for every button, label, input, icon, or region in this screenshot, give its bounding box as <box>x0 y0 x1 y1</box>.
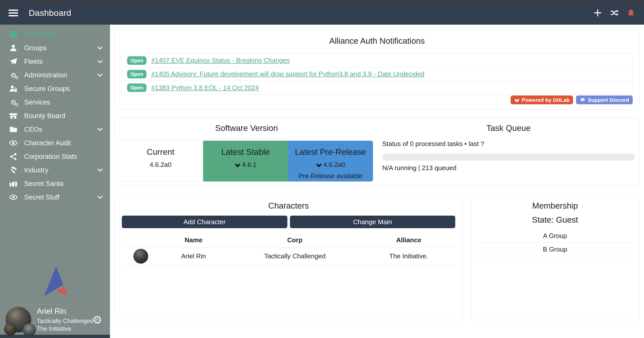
chevron-down-icon <box>97 58 103 65</box>
sidebar-item-label: Industry <box>24 166 48 174</box>
chevron-down-icon <box>97 72 103 78</box>
sidebar-item-secure-groups[interactable]: Secure Groups <box>0 82 110 95</box>
chevron-down-icon <box>97 194 103 201</box>
alliance-column-header: Alliance <box>362 233 455 248</box>
sidebar-item-dashboard[interactable]: Dashboard <box>0 28 110 41</box>
user-icon <box>8 44 19 52</box>
gitlab-icon <box>514 97 520 103</box>
sidebar-bottom-strip <box>0 335 110 338</box>
notifications-list: Open #1407 EVE Equinox Status - Breaking… <box>121 54 633 95</box>
version-stable-cell: Latest Stable 4.6.1 <box>203 141 288 181</box>
sidebar-item-label: Administration <box>24 71 67 79</box>
sidebar-item-label: Secret Santa <box>24 180 63 188</box>
group-list: A Group B Group <box>475 229 635 256</box>
status-badge: Open <box>127 83 146 92</box>
table-row: Ariel Rin Tactically Challenged The Init… <box>122 248 455 265</box>
badge-label: Powered by GitLab <box>522 97 570 103</box>
characters-title: Characters <box>122 201 455 211</box>
sidebar-item-services[interactable]: ⚙⚙ Services <box>0 95 110 109</box>
sidebar-item-label: Groups <box>24 44 47 52</box>
top-navbar: Dashboard <box>0 1 644 25</box>
notifications-title: Alliance Auth Notifications <box>121 36 633 46</box>
gears-icon: ⚙⚙ <box>8 99 19 106</box>
version-box: Current 4.6.2a0 Latest Stable 4.6.1 Late… <box>118 140 373 182</box>
sidebar-item-label: Corporation Stats <box>24 153 77 161</box>
status-badge: Open <box>127 70 146 78</box>
share-nodes-icon <box>8 153 19 161</box>
sidebar-item-administration[interactable]: ⚙⚙ Administration <box>0 68 110 82</box>
gitlab-icon <box>235 162 241 168</box>
corp-column-header: Corp <box>228 233 362 248</box>
notifications-panel: Alliance Auth Notifications Open #1407 E… <box>115 30 639 110</box>
task-queue-title: Task Queue <box>382 123 635 133</box>
gauge-icon <box>8 30 19 39</box>
notification-row: Open #1405 Advisory: Future development … <box>122 67 632 81</box>
sidebar: Dashboard Groups Fleets <box>0 25 110 338</box>
user-name: Ariel Rin <box>37 307 93 316</box>
notification-link[interactable]: #1405 Advisory: Future development will … <box>151 70 424 78</box>
discord-icon <box>580 97 586 103</box>
sidebar-item-label: Bounty Board <box>24 112 65 120</box>
user-corp: Tactically Challenged <box>37 317 93 324</box>
sidebar-item-corporation-stats[interactable]: Corporation Stats <box>0 150 110 163</box>
version-prerelease-value: 4.6.2a0 <box>323 161 345 169</box>
task-queue-progressbar <box>382 154 635 161</box>
main-content: Alliance Auth Notifications Open #1407 E… <box>110 25 644 338</box>
user-lock-icon <box>8 84 19 93</box>
page-title: Dashboard <box>29 8 71 18</box>
membership-state: State: Guest <box>475 215 635 225</box>
menu-toggle-icon[interactable] <box>9 8 19 18</box>
sidebar-item-label: Services <box>24 99 50 106</box>
sidebar-item-ceos[interactable]: CEOs <box>0 123 110 136</box>
status-badge: Open <box>127 56 146 65</box>
hammer-icon <box>8 166 19 174</box>
chevron-down-icon <box>97 167 103 173</box>
character-portrait <box>133 249 148 264</box>
version-prerelease-label: Latest Pre-Release <box>288 147 373 157</box>
corp-logo-badge <box>4 323 17 335</box>
sidebar-item-secret-stuff[interactable]: Secret Stuff <box>0 190 110 204</box>
character-alliance-cell: The Initiative. <box>362 248 455 265</box>
notification-link[interactable]: #1407 EVE Equinox Status - Breaking Chan… <box>151 57 290 64</box>
powered-by-gitlab-badge[interactable]: Powered by GitLab <box>511 95 573 104</box>
sidebar-item-bounty-board[interactable]: Bounty Board <box>0 109 110 123</box>
alliance-logo-badge <box>23 323 36 336</box>
gear-icon[interactable]: ⚙ <box>93 313 102 326</box>
software-version-section: Software Version Current 4.6.2a0 Latest … <box>115 118 378 185</box>
task-queue-status: Status of 0 processed tasks • last ? <box>382 140 635 148</box>
sidebar-item-industry[interactable]: Industry <box>0 163 110 177</box>
prerelease-note: Pre-Release available <box>288 172 373 180</box>
list-item: A Group <box>475 229 635 243</box>
bell-icon[interactable] <box>626 8 635 17</box>
character-name-cell: Ariel Rin <box>160 248 228 265</box>
membership-panel: Membership State: Guest A Group B Group <box>471 195 639 320</box>
sidebar-item-character-audit[interactable]: Character Audit <box>0 136 110 150</box>
plus-icon[interactable] <box>593 8 602 17</box>
notification-link[interactable]: #1383 Python 3.8 EOL - 14 Oct 2024 <box>151 84 259 92</box>
shuffle-icon[interactable] <box>610 8 619 17</box>
sidebar-item-secret-santa[interactable]: Secret Santa <box>0 177 110 190</box>
version-taskqueue-panel: Software Version Current 4.6.2a0 Latest … <box>115 118 639 185</box>
characters-panel: Characters Add Character Change Main Nam… <box>115 195 463 320</box>
folder-icon <box>8 125 19 134</box>
sidebar-item-label: Fleets <box>24 58 43 66</box>
gifts-icon <box>8 179 19 188</box>
membership-title: Membership <box>475 201 635 211</box>
character-corp-cell: Tactically Challenged <box>228 248 362 265</box>
support-discord-badge[interactable]: Support Discord <box>576 95 633 104</box>
task-queue-counts: N/A running | 213 queued <box>382 164 635 172</box>
chevron-down-icon <box>97 45 103 51</box>
task-queue-section: Task Queue Status of 0 processed tasks •… <box>378 118 639 185</box>
store-icon <box>8 112 19 120</box>
user-alliance: The Initiative. <box>37 325 93 332</box>
change-main-button[interactable]: Change Main <box>290 216 456 228</box>
version-stable-label: Latest Stable <box>203 147 288 157</box>
sidebar-item-label: Secret Stuff <box>24 194 60 201</box>
sidebar-item-groups[interactable]: Groups <box>0 41 110 55</box>
add-character-button[interactable]: Add Character <box>122 216 287 228</box>
version-prerelease-cell: Latest Pre-Release 4.6.2a0 Pre-Release a… <box>288 141 373 181</box>
sidebar-item-label: Dashboard <box>24 31 57 38</box>
sidebar-item-fleets[interactable]: Fleets <box>0 55 110 68</box>
version-current-cell: Current 4.6.2a0 <box>118 141 203 181</box>
version-stable-value: 4.6.1 <box>242 161 257 169</box>
